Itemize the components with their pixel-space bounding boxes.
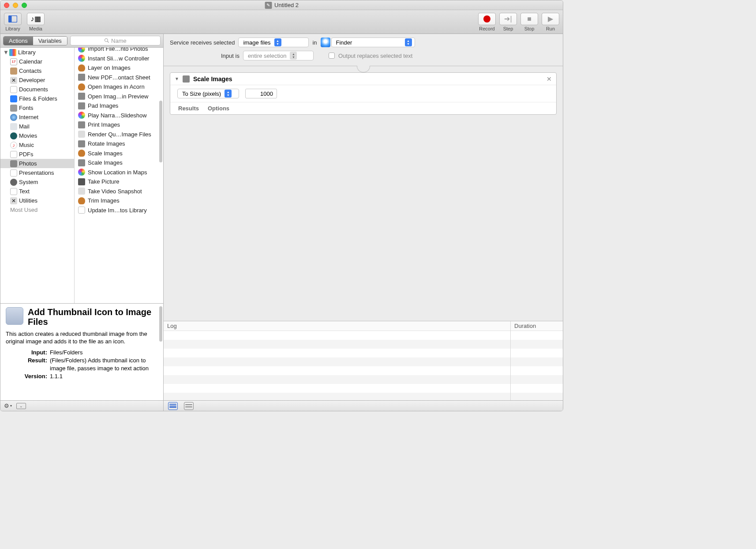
close-button[interactable] (4, 3, 9, 8)
library-item-documents[interactable]: Documents (0, 85, 74, 94)
library-categories-list[interactable]: ▼ Library 17Calendar Contacts ✕Developer… (0, 48, 75, 303)
action-options-tab[interactable]: Options (208, 105, 229, 112)
media-button[interactable]: ♪▦ (27, 13, 45, 25)
actions-list[interactable]: Import File…nto PhotosInstant Sli…w Cont… (75, 48, 163, 303)
action-list-item[interactable]: Layer on Images (75, 63, 163, 73)
output-replaces-checkbox[interactable] (329, 53, 335, 59)
zoom-button[interactable] (22, 3, 27, 8)
input-is-select[interactable]: entire selection ▲▼ (243, 51, 314, 60)
run-button[interactable]: ▶ (542, 13, 559, 25)
workflow-view-list-button[interactable] (168, 402, 178, 410)
library-item-contacts[interactable]: Contacts (0, 66, 74, 75)
desc-version-value: 1.1.1 (50, 372, 158, 380)
library-item-developer[interactable]: ✕Developer (0, 75, 74, 85)
log-panel: Log Duration (164, 321, 563, 400)
finder-app-icon (321, 38, 330, 47)
workflow-view-log-button[interactable] (184, 402, 194, 410)
scale-size-input[interactable] (245, 89, 277, 98)
step-button[interactable]: ➔| (499, 13, 517, 25)
search-icon (104, 38, 109, 43)
library-item-movies[interactable]: Movies (0, 131, 74, 140)
service-receives-select[interactable]: image files ▲▼ (238, 38, 309, 47)
action-list-item[interactable]: Print Images (75, 120, 163, 130)
action-list-item[interactable]: Scale Images (75, 158, 163, 168)
action-list-item[interactable]: Take Picture (75, 177, 163, 187)
service-receives-label: Service receives selected (170, 39, 235, 46)
action-list-item-label: Show Location in Maps (88, 169, 147, 176)
action-list-item[interactable]: Play Narra…Slideshow (75, 111, 163, 120)
library-item-fonts[interactable]: Fonts (0, 103, 74, 113)
library-item-files-folders[interactable]: Files & Folders (0, 94, 74, 103)
log-header[interactable]: Log (164, 321, 510, 331)
library-gear-menu[interactable]: ⚙▾ (4, 402, 12, 409)
stop-label: Stop (524, 26, 535, 31)
duration-list[interactable] (511, 331, 563, 400)
action-list-item[interactable]: Pad Images (75, 101, 163, 111)
library-toggle-button[interactable] (4, 13, 22, 25)
action-description-icon (6, 307, 23, 325)
service-app-select[interactable]: Finder ▲▼ (331, 38, 415, 47)
action-list-item[interactable]: Take Video Snapshot (75, 187, 163, 196)
action-description-panel: Add Thumbnail Icon to Image Files This a… (0, 303, 163, 400)
select-arrows-icon: ▲▼ (405, 38, 412, 46)
library-item-presentations[interactable]: Presentations (0, 168, 74, 177)
workflow-area[interactable]: ▼ Scale Images ✕ To Size (pixels) ▲▼ Res… (164, 72, 563, 321)
library-item-pdfs[interactable]: PDFs (0, 150, 74, 159)
colorwheel-icon (78, 112, 85, 119)
duration-header[interactable]: Duration (511, 321, 563, 331)
action-list-item[interactable]: Trim Images (75, 196, 163, 206)
action-results-tab[interactable]: Results (178, 105, 199, 112)
action-list-item[interactable]: Instant Sli…w Controller (75, 54, 163, 64)
segment-variables[interactable]: Variables (33, 37, 67, 45)
stop-button[interactable]: ■ (520, 13, 538, 25)
tools-icon (78, 131, 85, 138)
library-item-text[interactable]: Text (0, 187, 74, 196)
segment-actions[interactable]: Actions (4, 37, 33, 45)
library-item-system[interactable]: System (0, 177, 74, 187)
action-list-item[interactable]: Import File…nto Photos (75, 48, 163, 54)
library-item-internet[interactable]: Internet (0, 113, 74, 122)
library-item-most-used[interactable]: Most Used (0, 205, 74, 214)
photos-icon (10, 160, 17, 167)
minimize-button[interactable] (13, 3, 18, 8)
action-list-item-label: Render Qu…Image Files (88, 131, 151, 138)
workflow-action-scale-images[interactable]: ▼ Scale Images ✕ To Size (pixels) ▲▼ Res… (170, 72, 557, 115)
desc-input-label: Input: (6, 349, 50, 357)
library-item-mail[interactable]: Mail (0, 122, 74, 131)
actions-scrollbar[interactable] (159, 101, 162, 162)
description-scrollbar[interactable] (159, 306, 162, 342)
action-list-item[interactable]: Update Im…tos Library (75, 206, 163, 215)
action-list-item-label: Import File…nto Photos (88, 48, 148, 52)
colorwheel-icon (78, 169, 85, 176)
play-icon: ▶ (548, 15, 553, 23)
library-item-calendar[interactable]: 17Calendar (0, 57, 74, 66)
library-footer: ⚙▾ ⌄ (0, 400, 163, 411)
action-list-item-label: Scale Images (88, 150, 123, 157)
record-button[interactable] (478, 13, 496, 25)
library-item-utilities[interactable]: ✕Utilities (0, 196, 74, 205)
preview-icon (78, 93, 85, 100)
search-field[interactable]: Name (70, 36, 161, 45)
action-list-item[interactable]: Show Location in Maps (75, 168, 163, 177)
toggle-description-button[interactable]: ⌄ (16, 403, 26, 409)
action-list-item[interactable]: Open Images in Acorn (75, 82, 163, 92)
action-list-item-label: Layer on Images (88, 64, 131, 71)
select-arrows-icon: ▲▼ (290, 52, 297, 60)
log-list[interactable] (164, 331, 510, 400)
library-item-music[interactable]: ♪Music (0, 140, 74, 150)
preview-icon (78, 102, 85, 109)
library-item-photos[interactable]: Photos (0, 159, 74, 168)
library-root[interactable]: ▼ Library (0, 48, 74, 57)
remove-action-button[interactable]: ✕ (546, 75, 552, 83)
action-list-item[interactable]: Open Imag…in Preview (75, 92, 163, 102)
text-icon (10, 188, 17, 195)
output-replaces-label: Output replaces selected text (338, 53, 412, 59)
scale-mode-select[interactable]: To Size (pixels) ▲▼ (177, 89, 239, 98)
disclosure-triangle-icon[interactable]: ▼ (3, 49, 7, 56)
action-list-item[interactable]: Render Qu…Image Files (75, 130, 163, 139)
action-list-item[interactable]: Scale Images (75, 149, 163, 158)
action-list-item[interactable]: New PDF…ontact Sheet (75, 73, 163, 83)
action-list-item[interactable]: Rotate Images (75, 139, 163, 149)
disclosure-triangle-icon[interactable]: ▼ (175, 76, 179, 81)
pdf-icon (10, 151, 17, 158)
